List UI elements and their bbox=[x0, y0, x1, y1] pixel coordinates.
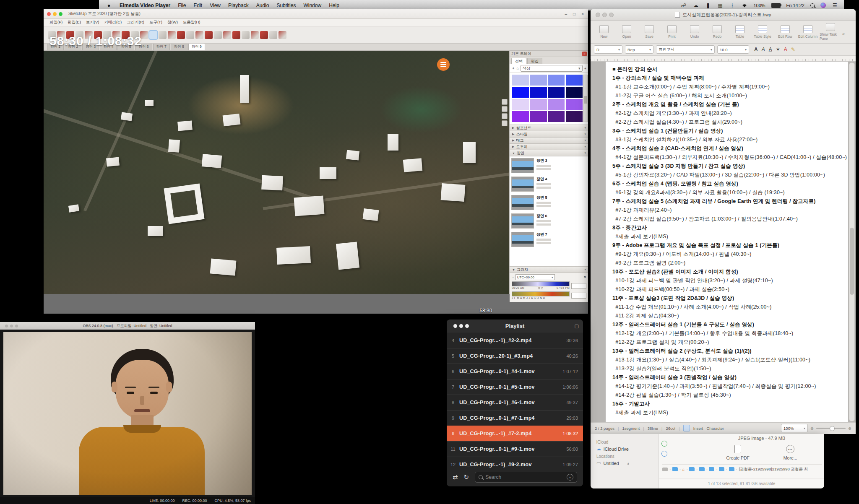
hwp-toolbar-button[interactable]: Undo bbox=[684, 25, 705, 39]
underline-button[interactable]: A bbox=[769, 47, 772, 52]
playlist-row[interactable]: 7 UD_CG-Progr...0-1)_#5-1.mov 1:06:06 bbox=[447, 379, 583, 395]
zoom-button[interactable] bbox=[59, 12, 62, 16]
window-control-button[interactable]: □ bbox=[573, 12, 575, 16]
hwp-toolbar-button[interactable]: Table Style bbox=[752, 25, 773, 39]
playlist-row[interactable]: ‖ UD_CG-Progr...-1)_#7-2.mp4 1:08:32 bbox=[447, 426, 583, 441]
hwp-page[interactable]: ■ 온라인 강의 순서1주 - 강의소개 / 실습 및 재택수업 과제 #1-1… bbox=[606, 62, 848, 422]
app-menu-name[interactable]: Elmedia Video Player bbox=[120, 3, 170, 8]
scene-tab[interactable]: 장면 7 bbox=[153, 43, 170, 50]
hwp-traffic-lights[interactable] bbox=[592, 13, 617, 17]
menu-item[interactable]: File bbox=[178, 3, 186, 8]
toolbar-icon[interactable] bbox=[159, 31, 167, 39]
menu-item[interactable]: Window bbox=[303, 3, 321, 8]
playlist-row[interactable]: 9 UD_CG-Progr...0-1)_#7-1.mp4 29:03 bbox=[447, 410, 583, 426]
repeat-icon[interactable]: ↻ bbox=[464, 473, 469, 481]
font-color-button[interactable]: A bbox=[784, 47, 787, 52]
battery-icon[interactable] bbox=[771, 3, 781, 8]
window-control-button[interactable]: × bbox=[581, 12, 584, 16]
eject-icon[interactable]: ▴ bbox=[627, 462, 629, 465]
shadows-section-header[interactable]: ▼그림자▾ bbox=[510, 267, 588, 273]
sketchup-menu-item[interactable]: 편집(E) bbox=[68, 20, 81, 25]
menu-clock[interactable]: Fri 14:22 bbox=[786, 3, 804, 8]
toolbar-icon[interactable] bbox=[223, 31, 231, 39]
scene-list-item[interactable]: 장면 6 bbox=[511, 213, 583, 229]
bold-button[interactable]: A bbox=[754, 47, 758, 52]
color-swatch[interactable] bbox=[548, 75, 565, 86]
color-swatch[interactable] bbox=[566, 99, 583, 110]
hwp-toolbar-button[interactable]: Print bbox=[661, 25, 683, 39]
toolbar-icon[interactable] bbox=[232, 31, 240, 39]
color-swatch[interactable] bbox=[548, 99, 565, 110]
scene-thumbnail[interactable] bbox=[511, 177, 534, 192]
color-swatch[interactable] bbox=[548, 87, 565, 98]
zoom-out-icon[interactable]: ⊖ bbox=[810, 426, 814, 431]
color-swatch[interactable] bbox=[548, 111, 565, 122]
scene-thumbnail[interactable] bbox=[511, 195, 534, 210]
color-swatch[interactable] bbox=[530, 75, 547, 86]
tray-tab[interactable]: 선택 bbox=[511, 58, 526, 64]
highlight-button[interactable]: ✎ bbox=[791, 47, 795, 52]
playlist-row[interactable]: 6 UD_CG-Progr...0-1)_#4-1.mov 1:07:12 bbox=[447, 364, 583, 379]
shuffle-icon[interactable]: ⇄ bbox=[453, 473, 458, 481]
toolbar-icon[interactable] bbox=[242, 31, 250, 39]
minimize-button[interactable] bbox=[53, 12, 57, 16]
hwp-toolbar-button[interactable]: Table bbox=[729, 25, 751, 39]
scene-thumbnail[interactable] bbox=[511, 213, 534, 229]
color-swatch[interactable] bbox=[530, 87, 547, 98]
paint-icon[interactable]: ◕ bbox=[584, 66, 586, 70]
style-combo[interactable]: D bbox=[594, 45, 622, 54]
toolbar-icon[interactable] bbox=[214, 31, 222, 39]
hwp-toolbar-button[interactable]: Redo bbox=[706, 25, 728, 39]
search-filter-icon[interactable]: ▼ bbox=[567, 474, 573, 481]
close-button[interactable] bbox=[47, 12, 51, 16]
playlist-detach-icon[interactable]: ▢ bbox=[575, 323, 579, 329]
apple-menu-icon[interactable]: ● bbox=[106, 2, 112, 8]
color-swatch[interactable] bbox=[530, 111, 547, 122]
font-size-combo[interactable]: 10.0 bbox=[717, 45, 749, 54]
tray-close-icon[interactable]: × bbox=[582, 52, 587, 56]
scene-tab[interactable]: 장면 8 bbox=[171, 43, 187, 50]
color-swatch[interactable] bbox=[512, 99, 529, 110]
menu-item[interactable]: Help bbox=[329, 3, 339, 8]
sketchup-3d-viewport[interactable] bbox=[44, 51, 509, 294]
menu-item[interactable]: View bbox=[210, 3, 221, 8]
sketchup-menu-item[interactable]: 도움말(H) bbox=[183, 20, 200, 25]
playlist-row[interactable]: 11 UD_CG-Progr...0-1)_#9-1.mov 56:00 bbox=[447, 441, 583, 457]
date-slider[interactable] bbox=[512, 291, 570, 296]
input-source-icon[interactable]: ▦ bbox=[717, 2, 723, 8]
color-swatch[interactable] bbox=[566, 111, 583, 122]
zoom-in-icon[interactable]: ⊕ bbox=[848, 426, 851, 431]
hwp-toolbar-button[interactable]: Edit Row bbox=[774, 25, 796, 39]
color-swatch[interactable] bbox=[566, 87, 583, 98]
bookmark-status-icon[interactable]: ❚ bbox=[705, 2, 711, 8]
color-swatch[interactable] bbox=[512, 111, 529, 122]
notification-center-icon[interactable]: ☰ bbox=[832, 2, 838, 8]
swatch-scrollbar[interactable] bbox=[583, 75, 588, 122]
utc-dropdown[interactable]: UTC+09:00 bbox=[515, 274, 555, 280]
sketchup-menu-item[interactable]: 도구(T) bbox=[149, 20, 162, 25]
scene-tab[interactable]: 장면 9 bbox=[188, 43, 205, 50]
create-pdf-button[interactable]: Create PDF bbox=[726, 445, 749, 460]
playlist-row[interactable]: 5 UD_CG-Progr...20-1)_#3.mp4 40:26 bbox=[447, 348, 583, 364]
home-icon[interactable]: ⌂ bbox=[517, 66, 519, 70]
obs-traffic-lights[interactable] bbox=[2, 325, 21, 327]
hwp-toolbar-button[interactable]: Show Task Pane bbox=[820, 23, 841, 41]
zoom-slider[interactable] bbox=[816, 428, 846, 429]
toolbar-icon[interactable] bbox=[205, 31, 213, 39]
wifi-icon[interactable] bbox=[741, 2, 747, 8]
sidebar-item-untitled[interactable]: ▭ Untitled ▴ bbox=[596, 460, 659, 466]
playlist-search-box[interactable]: Search ▼ bbox=[475, 472, 577, 483]
scene-list-item[interactable]: 장면 3 bbox=[511, 158, 583, 173]
tray-section-header[interactable]: ▶태그▾ bbox=[510, 138, 588, 144]
sketchup-menu-item[interactable]: 보기(V) bbox=[86, 20, 99, 25]
webcam-preview[interactable] bbox=[3, 332, 252, 495]
orange-menu-button[interactable] bbox=[437, 58, 450, 71]
menu-item[interactable]: Edit bbox=[194, 3, 203, 8]
color-swatch[interactable] bbox=[512, 75, 529, 86]
tray-section-header[interactable]: ▶도우미▾ bbox=[510, 144, 588, 150]
sketchup-menu-item[interactable]: 창(W) bbox=[167, 20, 178, 25]
material-dropdown[interactable]: 색상 bbox=[521, 65, 583, 72]
rep-combo[interactable]: Rep. bbox=[625, 45, 653, 54]
hwp-toolbar-button[interactable]: Open bbox=[616, 25, 638, 39]
menu-item[interactable]: Subtitles bbox=[276, 3, 296, 8]
